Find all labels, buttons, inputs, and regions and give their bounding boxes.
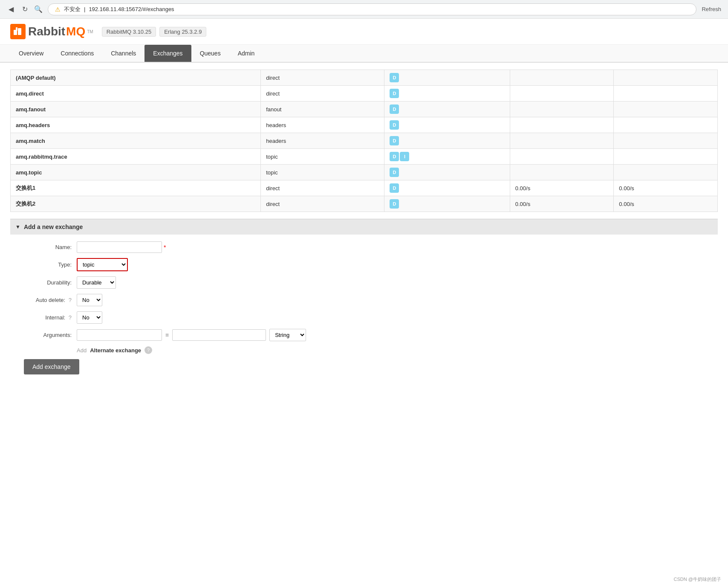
exchange-rate-in: 0.00/s <box>510 196 614 212</box>
tag-d: D <box>390 136 399 145</box>
tag-d: D <box>390 152 399 161</box>
table-row[interactable]: amq.directdirectD <box>11 86 718 102</box>
exchange-type: topic <box>261 165 384 180</box>
search-button[interactable]: 🔍 <box>34 5 43 14</box>
exchange-rate-out: 0.00/s <box>614 180 718 196</box>
tag-i: I <box>400 152 409 161</box>
add-arg-row: Add Alternate exchange ? <box>17 346 711 354</box>
table-row[interactable]: 交换机2directD0.00/s0.00/s <box>11 196 718 212</box>
exchange-type: headers <box>261 117 384 133</box>
auto-delete-help-icon[interactable]: ? <box>69 297 72 303</box>
exchange-rate-in <box>510 86 614 102</box>
exchange-name: amq.headers <box>11 117 261 133</box>
arguments-key-input[interactable] <box>77 329 162 341</box>
exchange-tags: D <box>384 117 510 133</box>
exchange-rate-in <box>510 102 614 117</box>
add-exchange-button[interactable]: Add exchange <box>24 359 79 374</box>
exchange-type: direct <box>261 180 384 196</box>
nav-channels[interactable]: Channels <box>102 45 144 62</box>
exchange-rate-in <box>510 165 614 180</box>
exchange-tags: D <box>384 86 510 102</box>
exchange-rate-out <box>614 102 718 117</box>
args-equals: = <box>165 332 169 339</box>
alternate-exchange-help-icon[interactable]: ? <box>144 346 152 354</box>
rabbitmq-version-badge: RabbitMQ 3.10.25 <box>102 27 156 37</box>
exchange-type: direct <box>261 196 384 212</box>
add-exchange-section-title: Add a new exchange <box>24 223 83 230</box>
exchange-rate-in <box>510 133 614 149</box>
exchange-rate-in: 0.00/s <box>510 180 614 196</box>
exchange-type: topic <box>261 149 384 165</box>
required-star: * <box>164 244 166 251</box>
erlang-version-badge: Erlang 25.3.2.9 <box>159 27 206 37</box>
nav-overview[interactable]: Overview <box>10 45 52 62</box>
separator: | <box>84 6 85 12</box>
submit-row: Add exchange <box>17 359 711 374</box>
exchange-rate-out <box>614 165 718 180</box>
nav-queues[interactable]: Queues <box>191 45 229 62</box>
nav-connections[interactable]: Connections <box>52 45 102 62</box>
add-exchange-form: Name: * Type: direct fanout headers topi… <box>10 241 718 386</box>
nav-admin[interactable]: Admin <box>229 45 263 62</box>
tag-d: D <box>390 73 399 82</box>
logo-tm: TM <box>87 29 93 34</box>
exchange-type: direct <box>261 86 384 102</box>
table-row[interactable]: amq.rabbitmq.tracetopicDI <box>11 149 718 165</box>
tag-d: D <box>390 183 399 193</box>
exchange-tags: D <box>384 133 510 149</box>
arguments-label: Arguments: <box>17 332 77 338</box>
exchange-tags: D <box>384 196 510 212</box>
logo-icon <box>10 24 26 39</box>
arguments-type-select[interactable]: String Number Boolean List <box>269 329 306 341</box>
exchange-name: amq.topic <box>11 165 261 180</box>
table-row[interactable]: amq.matchheadersD <box>11 133 718 149</box>
type-select[interactable]: direct fanout headers topic <box>77 258 128 271</box>
svg-rect-1 <box>18 28 21 35</box>
add-argument-link[interactable]: Add <box>77 347 87 354</box>
exchange-rate-in <box>510 149 614 165</box>
exchange-tags: D <box>384 165 510 180</box>
back-button[interactable]: ◀ <box>7 5 15 14</box>
exchange-name: amq.rabbitmq.trace <box>11 149 261 165</box>
arguments-row: Arguments: = String Number Boolean List <box>17 329 711 341</box>
durability-row: Durability: Durable Transient <box>17 276 711 289</box>
name-input[interactable] <box>77 241 162 253</box>
type-row: Type: direct fanout headers topic <box>17 258 711 271</box>
exchange-tags: D <box>384 102 510 117</box>
internal-label: Internal: ? <box>17 314 77 321</box>
internal-select[interactable]: No Yes <box>77 311 102 324</box>
warning-icon: ⚠ <box>55 6 61 13</box>
table-row[interactable]: amq.fanoutfanoutD <box>11 102 718 117</box>
browser-bar: ◀ ↻ 🔍 ⚠ 不安全 | 192.168.11.48:15672/#/exch… <box>0 0 728 19</box>
auto-delete-select[interactable]: No Yes <box>77 294 102 306</box>
exchange-rate-out <box>614 117 718 133</box>
internal-help-icon[interactable]: ? <box>69 314 72 321</box>
tag-d: D <box>390 168 399 177</box>
durability-select[interactable]: Durable Transient <box>77 276 116 289</box>
table-row[interactable]: 交换机1directD0.00/s0.00/s <box>11 180 718 196</box>
table-row[interactable]: amq.topictopicD <box>11 165 718 180</box>
tag-d: D <box>390 89 399 98</box>
table-row[interactable]: (AMQP default)directD <box>11 70 718 86</box>
tag-d: D <box>390 199 399 209</box>
exchange-rate-in <box>510 70 614 86</box>
exchange-rate-out <box>614 133 718 149</box>
nav-exchanges[interactable]: Exchanges <box>144 45 191 62</box>
alternate-exchange-link[interactable]: Alternate exchange <box>90 347 141 354</box>
exchange-tags: D <box>384 180 510 196</box>
address-bar[interactable]: ⚠ 不安全 | 192.168.11.48:15672/#/exchanges <box>48 3 696 15</box>
svg-rect-2 <box>16 27 17 31</box>
arguments-value-input[interactable] <box>172 329 266 341</box>
exchange-tags: DI <box>384 149 510 165</box>
add-exchange-section-header[interactable]: ▼ Add a new exchange <box>10 219 718 235</box>
main-content: (AMQP default)directDamq.directdirectDam… <box>0 63 728 393</box>
chevron-down-icon: ▼ <box>15 224 20 230</box>
refresh-button[interactable]: Refresh <box>702 6 721 12</box>
reload-button[interactable]: ↻ <box>20 5 29 14</box>
internal-row: Internal: ? No Yes <box>17 311 711 324</box>
exchange-rate-out <box>614 86 718 102</box>
table-row[interactable]: amq.headersheadersD <box>11 117 718 133</box>
auto-delete-row: Auto delete: ? No Yes <box>17 294 711 306</box>
name-row: Name: * <box>17 241 711 253</box>
exchange-name: amq.fanout <box>11 102 261 117</box>
